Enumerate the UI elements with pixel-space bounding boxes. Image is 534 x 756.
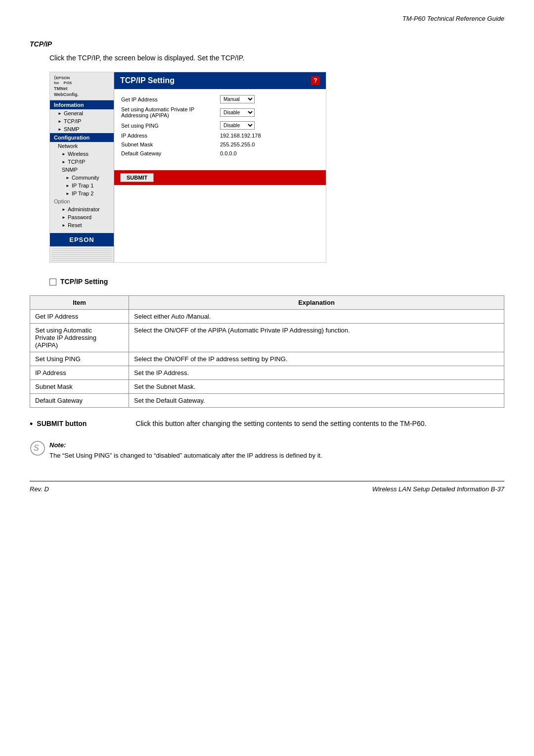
table-cell-item: Set using Automatic Private IP Addressin… — [30, 324, 129, 352]
arrow-icon: ► — [62, 207, 66, 212]
note-section: S Note: The “Set Using PING” is changed … — [30, 440, 504, 461]
form-row-gateway: Default Gateway 0.0.0.0 — [121, 150, 319, 156]
section-title: TCP/IP — [30, 40, 504, 48]
table-header-item: Item — [30, 296, 129, 310]
checkbox-section: TCP/IP Setting — [49, 278, 504, 285]
form-row-subnet: Subnet Mask 255.255.255.0 — [121, 142, 319, 147]
table-cell-item: Set Using PING — [30, 352, 129, 366]
footer-right: Wireless LAN Setup Detailed Information … — [372, 485, 504, 493]
form-label-apipa: Set using Automatic Private IP Addressin… — [121, 106, 220, 118]
bullet-desc: Click this button after changing the set… — [135, 420, 504, 428]
form-select-ping[interactable]: Disable Enable — [220, 121, 255, 130]
info-section-header: Information — [50, 100, 114, 109]
page-header: TM-P60 Technical Reference Guide — [30, 15, 504, 25]
arrow-icon: ► — [66, 176, 70, 180]
form-label-ping: Set using PING — [121, 123, 220, 129]
sidebar-logo-area: ⟨EPSON for POS TMNet WebConfig. — [50, 72, 114, 100]
main-panel: TCP/IP Setting ? Get IP Address Manual A… — [114, 72, 326, 262]
table-row: Set using Automatic Private IP Addressin… — [30, 324, 504, 352]
sidebar-item-community[interactable]: ► Community — [50, 174, 114, 182]
sidebar-item-reset[interactable]: ► Reset — [50, 221, 114, 229]
arrow-icon: ► — [62, 160, 66, 164]
table-cell-explanation: Set the IP Address. — [129, 366, 504, 380]
svg-text:S: S — [34, 444, 39, 452]
sidebar-item-network[interactable]: Network — [50, 142, 114, 150]
arrow-icon: ► — [62, 152, 66, 156]
sidebar-item-administrator[interactable]: ► Administrator — [50, 205, 114, 213]
form-label-subnet: Subnet Mask — [121, 142, 220, 147]
form-select-get-ip[interactable]: Manual Auto — [220, 95, 255, 103]
table-header-explanation: Explanation — [129, 296, 504, 310]
arrow-icon: ► — [58, 111, 62, 116]
table-cell-explanation: Select either Auto /Manual. — [129, 310, 504, 324]
form-select-apipa[interactable]: Disable Enable — [220, 108, 255, 117]
arrow-icon: ► — [58, 119, 62, 124]
sidebar-item-tcpip-config[interactable]: ► TCP/IP — [50, 158, 114, 166]
webconfig-label: WebConfig. — [54, 92, 79, 97]
bullet-section: • SUBMIT button Click this button after … — [30, 420, 504, 428]
form-label-gateway: Default Gateway — [121, 150, 220, 156]
table-row: Get IP AddressSelect either Auto /Manual… — [30, 310, 504, 324]
note-content: The “Set Using PING” is changed to “disa… — [49, 452, 322, 459]
arrow-icon: ► — [58, 127, 62, 132]
config-section-header: Configuration — [50, 133, 114, 142]
form-row-get-ip: Get IP Address Manual Auto — [121, 95, 319, 103]
table-row: Subnet MaskSet the Subnet Mask. — [30, 380, 504, 394]
table-cell-explanation: Select the ON/OFF of the APIPA (Automati… — [129, 324, 504, 352]
panel-title: TCP/IP Setting — [120, 76, 175, 85]
sidebar-lines — [50, 248, 114, 261]
form-label-get-ip: Get IP Address — [121, 96, 220, 102]
panel-body: Get IP Address Manual Auto Set using Aut… — [114, 89, 326, 165]
option-label: Option — [50, 197, 114, 205]
help-icon[interactable]: ? — [311, 76, 320, 85]
checkbox-label: TCP/IP Setting — [60, 278, 108, 285]
panel-header: TCP/IP Setting ? — [114, 72, 326, 89]
sidebar-item-wireless[interactable]: ► Wireless — [50, 150, 114, 158]
table-cell-explanation: Select the ON/OFF of the IP address sett… — [129, 352, 504, 366]
sidebar-item-snmp[interactable]: ► SNMP — [50, 125, 114, 133]
footer-left: Rev. D — [30, 485, 49, 493]
epson-brand-bar: EPSON — [50, 233, 114, 246]
epson-brand-label: EPSON — [69, 236, 94, 243]
sidebar-item-general[interactable]: ► General — [50, 109, 114, 117]
sidebar-item-iptrap1[interactable]: ► IP Trap 1 — [50, 182, 114, 189]
sidebar-item-tcpip[interactable]: ► TCP/IP — [50, 117, 114, 125]
table-row: IP AddressSet the IP Address. — [30, 366, 504, 380]
sidebar: ⟨EPSON for POS TMNet WebConfig. Informat… — [50, 72, 114, 262]
table-cell-item: IP Address — [30, 366, 129, 380]
screenshot-container: ⟨EPSON for POS TMNet WebConfig. Informat… — [49, 72, 326, 263]
page-footer: Rev. D Wireless LAN Setup Detailed Infor… — [30, 481, 504, 493]
table-cell-item: Subnet Mask — [30, 380, 129, 394]
note-text: Note: The “Set Using PING” is changed to… — [49, 440, 322, 461]
table-cell-explanation: Set the Subnet Mask. — [129, 380, 504, 394]
form-label-ip-address: IP Address — [121, 133, 220, 139]
form-value-ip-address: 192.168.192.178 — [220, 133, 261, 139]
form-value-gateway: 0.0.0.0 — [220, 150, 237, 156]
arrow-icon: ► — [62, 215, 66, 220]
sidebar-item-snmp-config[interactable]: SNMP — [50, 166, 114, 174]
section-intro: Click the TCP/IP, the screen below is di… — [49, 54, 504, 62]
table-cell-item: Get IP Address — [30, 310, 129, 324]
arrow-icon: ► — [66, 184, 70, 188]
sidebar-item-password[interactable]: ► Password — [50, 213, 114, 221]
table-cell-explanation: Set the Default Gateway. — [129, 394, 504, 408]
sidebar-item-iptrap2[interactable]: ► IP Trap 2 — [50, 189, 114, 197]
arrow-icon: ► — [66, 191, 70, 196]
form-value-subnet: 255.255.255.0 — [220, 142, 255, 147]
form-row-ip-address: IP Address 192.168.192.178 — [121, 133, 319, 139]
arrow-icon: ► — [62, 223, 66, 228]
bullet-term: SUBMIT button — [37, 420, 135, 428]
note-icon: S — [30, 440, 45, 456]
submit-bar: SUBMIT — [114, 170, 326, 185]
bullet-dot: • — [30, 420, 33, 428]
note-label: Note: — [49, 441, 66, 449]
table-row: Set Using PINGSelect the ON/OFF of the I… — [30, 352, 504, 366]
submit-button[interactable]: SUBMIT — [120, 173, 154, 182]
epson-logo: ⟨EPSON for POS — [54, 75, 79, 85]
checkbox-icon — [49, 279, 56, 285]
table-cell-item: Default Gateway — [30, 394, 129, 408]
tmnet-label: TMNet — [54, 86, 79, 91]
table-row: Default GatewaySet the Default Gateway. — [30, 394, 504, 408]
settings-table: Item Explanation Get IP AddressSelect ei… — [30, 295, 504, 408]
form-row-apipa: Set using Automatic Private IP Addressin… — [121, 106, 319, 118]
